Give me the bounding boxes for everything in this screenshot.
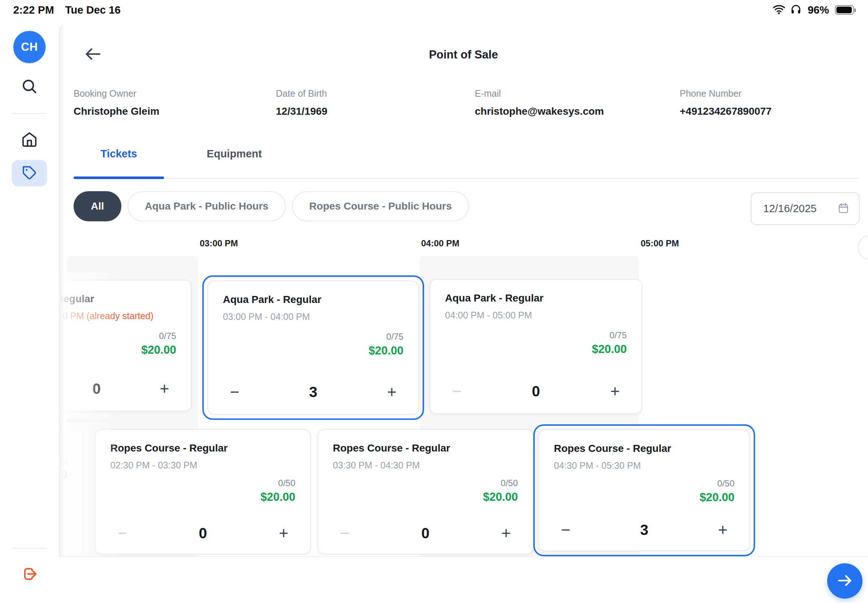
quantity-stepper: − 0 + <box>333 521 518 545</box>
field-value: christophe@wakesys.com <box>475 105 604 117</box>
ticket-price: $20.00 <box>141 343 176 357</box>
time-slot-label: 05:00 PM <box>641 238 679 249</box>
decrease-button[interactable]: − <box>333 521 356 545</box>
field-date-of-birth: Date of Birth 12/31/1969 <box>276 88 327 117</box>
ticket-time: 03:00 PM - 04:00 PM <box>223 311 404 322</box>
selected-ticket-ring: Aqua Park - Regular 03:00 PM - 04:00 PM … <box>202 275 424 420</box>
ticket-capacity: 0/50 <box>717 478 735 489</box>
status-bar: 2:22 PM Tue Dec 16 96% <box>0 0 868 18</box>
scroll-right-button[interactable] <box>858 235 868 260</box>
panel-edge-shadow <box>59 24 65 603</box>
field-email: E-mail christophe@wakesys.com <box>475 88 604 117</box>
time-slot-label: 03:00 PM <box>200 238 238 249</box>
increase-button[interactable]: + <box>272 521 296 545</box>
date-picker[interactable]: 12/16/2025 <box>751 192 860 225</box>
ticket-capacity: 0/50 <box>278 478 296 488</box>
quantity-stepper: − 0 + <box>110 521 296 545</box>
ticket-title: Regular <box>56 293 176 305</box>
quantity-stepper: − 0 + <box>445 379 627 403</box>
quantity-value: 0 <box>421 525 429 541</box>
sidebar-item-home[interactable] <box>12 127 47 153</box>
back-arrow-icon <box>84 47 101 62</box>
field-label: Phone Number <box>680 88 772 99</box>
chip-ropes-course-public-hours[interactable]: Ropes Course - Public Hours <box>292 191 469 221</box>
next-button[interactable] <box>827 563 862 598</box>
tab-equipment[interactable]: Equipment <box>188 148 280 160</box>
sidebar-divider <box>12 548 47 549</box>
increase-button[interactable]: + <box>494 521 518 545</box>
time-slot-label: 04:00 PM <box>421 238 460 249</box>
tab-track <box>74 178 859 179</box>
quantity-value: 0 <box>199 525 207 541</box>
ticket-card-selected[interactable]: Aqua Park - Regular 03:00 PM - 04:00 PM … <box>207 281 419 415</box>
decrease-button[interactable]: − <box>110 521 134 545</box>
quantity-value: 3 <box>309 384 317 400</box>
avatar[interactable]: CH <box>13 31 46 63</box>
sidebar-divider <box>12 113 47 114</box>
ticket-price: $20.00 <box>699 491 735 504</box>
field-booking-owner: Booking Owner Christophe Gleim <box>74 88 159 117</box>
field-label: Booking Owner <box>74 88 159 99</box>
field-phone-number: Phone Number +491234267890077 <box>680 88 772 117</box>
ticket-title: Ropes Course - Regular <box>333 442 518 454</box>
quantity-value: 0 <box>532 383 540 400</box>
decrease-button[interactable]: − <box>223 380 246 404</box>
status-date: Tue Dec 16 <box>65 4 121 16</box>
back-button[interactable] <box>82 45 103 64</box>
home-icon <box>21 131 38 149</box>
tag-icon <box>22 165 37 182</box>
selected-ticket-ring: Ropes Course - Regular 04:30 PM - 05:30 … <box>533 424 755 556</box>
field-value: +491234267890077 <box>680 105 772 117</box>
increase-button[interactable]: + <box>711 518 735 541</box>
increase-button[interactable]: + <box>380 380 404 404</box>
field-label: Date of Birth <box>276 88 327 99</box>
ticket-card[interactable]: Ropes Course - Regular 02:30 PM - 03:30 … <box>95 429 311 555</box>
sidebar: CH <box>0 18 59 603</box>
calendar-icon <box>837 202 849 215</box>
arrow-right-icon <box>836 572 853 590</box>
ticket-card[interactable]: Ropes Course - Regular 03:30 PM - 04:30 … <box>317 429 533 555</box>
date-value: 12/16/2025 <box>763 203 817 215</box>
footer-bar <box>59 556 868 603</box>
logout-icon <box>21 566 38 583</box>
wifi-icon <box>772 4 786 16</box>
ticket-price: $20.00 <box>368 344 404 357</box>
battery-icon <box>835 5 854 15</box>
field-value: Christophe Gleim <box>74 105 159 117</box>
filter-chips: All Aqua Park - Public Hours Ropes Cours… <box>74 191 469 221</box>
ticket-capacity: 0/50 <box>501 478 518 488</box>
ticket-card[interactable]: Aqua Park - Regular 04:00 PM - 05:00 PM … <box>430 279 642 414</box>
decrease-button[interactable]: − <box>554 518 577 541</box>
status-time: 2:22 PM <box>13 4 54 16</box>
quantity-stepper: − 3 + <box>554 518 735 541</box>
quantity-stepper: − 3 + <box>223 380 404 404</box>
page-title: Point of Sale <box>59 48 868 62</box>
ticket-title: Aqua Park - Regular <box>223 294 404 306</box>
sidebar-item-point-of-sale[interactable] <box>12 160 47 186</box>
ticket-time: 0 PM (already started) <box>62 311 176 322</box>
increase-button[interactable]: + <box>153 377 176 400</box>
ticket-price: $20.00 <box>260 490 296 504</box>
ticket-time: 03:30 PM - 04:30 PM <box>333 460 518 471</box>
chip-all[interactable]: All <box>74 191 121 221</box>
logout-button[interactable] <box>12 561 47 588</box>
ticket-capacity: 0/75 <box>159 331 176 341</box>
field-value: 12/31/1969 <box>276 105 327 117</box>
quantity-value: 0 <box>92 380 101 397</box>
field-label: E-mail <box>475 88 604 99</box>
active-tab-indicator <box>74 176 164 179</box>
chip-aqua-park-public-hours[interactable]: Aqua Park - Public Hours <box>128 191 286 221</box>
ticket-capacity: 0/75 <box>386 332 404 342</box>
ticket-price: $20.00 <box>592 343 627 356</box>
increase-button[interactable]: + <box>603 379 627 403</box>
tab-tickets[interactable]: Tickets <box>74 148 164 160</box>
quantity-value: 3 <box>640 522 648 538</box>
decrease-button[interactable]: − <box>445 379 469 403</box>
ticket-title: Ropes Course - Regular <box>110 442 296 454</box>
ticket-price: $20.00 <box>483 490 518 504</box>
ticket-time: 04:30 PM - 05:30 PM <box>554 460 735 471</box>
ticket-title: Ropes Course - Regular <box>554 443 735 455</box>
ticket-card-selected[interactable]: Ropes Course - Regular 04:30 PM - 05:30 … <box>538 430 750 551</box>
search-button[interactable] <box>12 74 47 99</box>
ticket-time: 04:00 PM - 05:00 PM <box>445 310 627 321</box>
